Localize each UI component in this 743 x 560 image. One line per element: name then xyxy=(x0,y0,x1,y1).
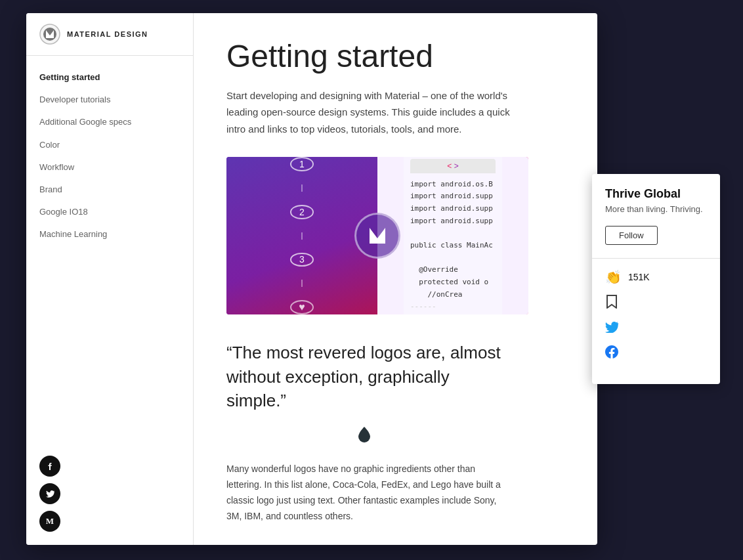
quote-section: “The most revered logos are, almost with… xyxy=(226,341,564,524)
twitter-social-button[interactable] xyxy=(39,483,60,504)
code-header: < > xyxy=(410,159,496,173)
sidebar-item-developer-tutorials[interactable]: Developer tutorials xyxy=(26,89,193,111)
facebook-action[interactable] xyxy=(605,345,707,362)
sidebar-item-additional-google-specs[interactable]: Additional Google specs xyxy=(26,111,193,133)
facebook-share-icon[interactable] xyxy=(605,345,618,362)
sidebar-item-brand[interactable]: Brand xyxy=(26,179,193,201)
claps-count: 151K xyxy=(628,272,650,282)
medium-social-button[interactable]: M xyxy=(39,511,60,532)
step-line-1 xyxy=(301,184,303,192)
page-title: Getting started xyxy=(226,39,564,74)
bookmark-icon[interactable] xyxy=(605,294,618,312)
sidebar-logo: MATERIAL DESIGN xyxy=(26,13,193,56)
step-line-3 xyxy=(301,280,303,287)
right-panel: Thrive Global More than living. Thriving… xyxy=(592,174,720,384)
page-intro: Start developing and designing with Mate… xyxy=(226,87,528,138)
body-text: Many wonderful logos have no graphic ing… xyxy=(226,462,502,524)
sidebar-item-color[interactable]: Color xyxy=(26,134,193,156)
md-logo-circle xyxy=(354,213,400,259)
thrive-subtitle: More than living. Thriving. xyxy=(605,204,707,215)
hero-image: 1 2 3 ♥ LEARN < > xyxy=(226,157,528,314)
panel-divider xyxy=(592,258,720,259)
follow-button[interactable]: Follow xyxy=(605,226,658,245)
twitter-share-icon[interactable] xyxy=(605,321,618,336)
social-icons: M xyxy=(26,442,193,545)
material-design-logo-icon xyxy=(39,24,60,45)
thrive-title: Thrive Global xyxy=(605,187,707,201)
sidebar-item-getting-started[interactable]: Getting started xyxy=(26,66,193,89)
code-block: < > import android.os.B import android.s… xyxy=(404,157,502,314)
quote-text: “The most revered logos are, almost with… xyxy=(226,341,502,412)
facebook-social-button[interactable] xyxy=(39,456,60,477)
sidebar-item-workflow[interactable]: Workflow xyxy=(26,156,193,179)
sidebar-item-machine-learning[interactable]: Machine Learning xyxy=(26,223,193,246)
quote-icon xyxy=(226,425,502,448)
code-content: import android.os.B import android.supp … xyxy=(410,179,496,314)
claps-stat-row: 👏 151K xyxy=(605,269,707,285)
step-line-2 xyxy=(301,232,303,240)
svg-point-1 xyxy=(43,28,56,41)
sidebar: MATERIAL DESIGN Getting started Develope… xyxy=(26,13,194,545)
sidebar-item-google-io18[interactable]: Google IO18 xyxy=(26,201,193,223)
content-area[interactable]: Getting started Start developing and des… xyxy=(194,13,597,545)
bookmark-action[interactable] xyxy=(605,294,707,312)
heart-circle: ♥ xyxy=(290,300,314,314)
step-3: 3 xyxy=(290,253,314,267)
sidebar-navigation: Getting started Developer tutorials Addi… xyxy=(26,56,193,257)
main-card: MATERIAL DESIGN Getting started Develope… xyxy=(26,13,597,545)
step-1: 1 xyxy=(290,157,314,171)
logo-text: MATERIAL DESIGN xyxy=(67,30,148,38)
center-logo xyxy=(354,213,400,259)
step-2: 2 xyxy=(290,205,314,219)
claps-icon: 👏 xyxy=(605,269,622,285)
twitter-action[interactable] xyxy=(605,321,707,336)
